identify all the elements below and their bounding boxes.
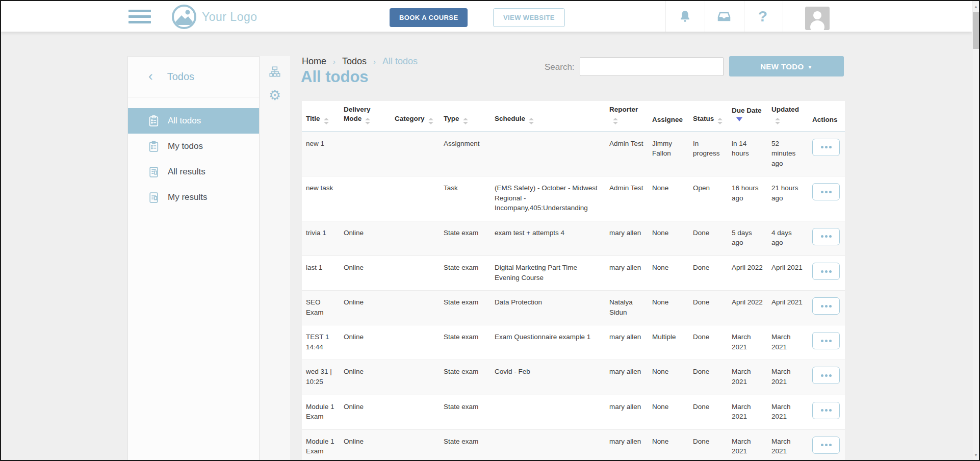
scrollbar-thumb[interactable] <box>973 12 979 49</box>
sidebar-item-label: My todos <box>168 141 203 151</box>
cell-assignee: None <box>648 256 689 291</box>
inbox-tray-icon[interactable] <box>709 1 739 32</box>
sort-icon[interactable] <box>428 118 433 124</box>
column-header-title[interactable]: Title <box>302 101 340 132</box>
hamburger-icon[interactable] <box>128 10 151 27</box>
cell-actions <box>808 291 845 325</box>
cell-category <box>391 221 440 255</box>
question-mark-icon[interactable]: ? <box>747 1 778 32</box>
row-actions-button[interactable] <box>812 332 840 349</box>
bell-icon[interactable] <box>669 1 700 32</box>
clipboard-list-icon <box>147 140 160 153</box>
column-header-status[interactable]: Status <box>689 101 728 132</box>
cell-actions <box>808 395 845 429</box>
cell-title: wed 31 | 10:25 <box>302 360 340 395</box>
table-row[interactable]: Module 1 Exam Online State exam mary all… <box>302 429 845 461</box>
sidebar-item-all-results[interactable]: All results <box>128 159 259 185</box>
ellipsis-icon <box>829 191 832 193</box>
column-header-due-date[interactable]: Due Date <box>728 101 767 132</box>
column-header-reporter[interactable]: Reporter <box>605 101 648 132</box>
cell-delivery-mode: Online <box>340 291 391 325</box>
row-actions-button[interactable] <box>812 183 840 200</box>
sort-icon[interactable] <box>613 118 618 124</box>
sort-icon[interactable] <box>717 118 723 124</box>
table-row[interactable]: last 1 Online State exam Digital Marketi… <box>302 256 845 291</box>
cell-delivery-mode <box>340 132 391 176</box>
ellipsis-icon <box>821 374 823 377</box>
table-row[interactable]: SEO Exam Online State exam Data Protecti… <box>302 291 845 325</box>
sitemap-icon[interactable] <box>260 60 290 84</box>
new-todo-button[interactable]: NEW TODO▼ <box>729 56 844 76</box>
cell-updated: April 2021 <box>767 256 808 291</box>
row-actions-button[interactable] <box>812 297 840 315</box>
column-header-updated[interactable]: Updated <box>767 101 808 132</box>
sidebar-item-my-todos[interactable]: My todos <box>128 134 259 159</box>
cell-reporter: mary allen <box>605 360 648 395</box>
cell-reporter: mary allen <box>605 325 648 360</box>
column-label: Status <box>693 115 714 122</box>
sort-desc-icon[interactable] <box>736 117 742 121</box>
header-divider <box>705 1 705 32</box>
cell-updated: March 2021 <box>767 429 808 461</box>
cell-type: State exam <box>440 360 491 395</box>
sort-icon[interactable] <box>324 118 329 124</box>
cell-schedule: Digital Marketing Part Time Evening Cour… <box>491 256 605 291</box>
cell-due-date: April 2022 <box>728 256 767 291</box>
cell-delivery-mode: Online <box>340 221 391 255</box>
scroll-down-icon[interactable]: ▼ <box>972 453 979 457</box>
cell-due-date: in 14 hours <box>728 132 767 176</box>
column-label: Due Date <box>732 107 762 114</box>
breadcrumb-todos[interactable]: Todos <box>342 56 367 67</box>
cell-title: Module 1 Exam <box>302 429 340 461</box>
column-header-type[interactable]: Type <box>440 101 491 132</box>
column-header-schedule[interactable]: Schedule <box>491 101 605 132</box>
row-actions-button[interactable] <box>812 437 840 454</box>
vertical-scrollbar[interactable]: ▲ ▼ <box>972 1 979 460</box>
cell-schedule: Exam Questionnaire example 1 <box>491 325 605 360</box>
table-row[interactable]: wed 31 | 10:25 Online State exam Covid -… <box>302 360 845 395</box>
sort-icon[interactable] <box>463 118 468 124</box>
sort-icon[interactable] <box>529 118 534 124</box>
ellipsis-icon <box>829 146 832 148</box>
sidebar-collapse-header[interactable]: ‹ Todos <box>128 57 259 97</box>
cell-status: Done <box>689 291 728 325</box>
ellipsis-icon <box>829 374 832 377</box>
sort-icon[interactable] <box>365 118 370 124</box>
table-row[interactable]: trivia 1 Online State exam exam test + a… <box>302 221 845 255</box>
row-actions-button[interactable] <box>812 367 840 384</box>
cell-actions <box>808 176 845 221</box>
ellipsis-icon <box>829 305 832 308</box>
sort-icon[interactable] <box>775 118 780 124</box>
column-header-category[interactable]: Category <box>391 101 440 132</box>
table-row[interactable]: TEST 1 14:44 Online State exam Exam Ques… <box>302 325 845 360</box>
table-row[interactable]: new 1 Assignment Admin Test Jimmy Fallon… <box>302 132 845 176</box>
row-actions-button[interactable] <box>812 402 840 419</box>
breadcrumb-home[interactable]: Home <box>302 56 326 67</box>
table-row[interactable]: new task Task (EMS Safety) - October - M… <box>302 176 845 221</box>
column-header-delivery-mode[interactable]: Delivery Mode <box>340 101 391 132</box>
sidebar-item-all-todos[interactable]: All todos <box>128 108 259 134</box>
cell-due-date: 5 days ago <box>728 221 767 255</box>
sidebar-item-label: My results <box>168 192 207 202</box>
book-a-course-button[interactable]: BOOK A COURSE <box>390 8 468 27</box>
cell-due-date: March 2021 <box>728 360 767 395</box>
row-actions-button[interactable] <box>812 228 840 245</box>
cell-status: In progress <box>689 132 728 176</box>
gear-icon[interactable]: ⚙ <box>260 84 290 107</box>
view-website-button[interactable]: VIEW WEBSITE <box>493 8 565 27</box>
user-avatar[interactable] <box>805 7 830 30</box>
search-input[interactable] <box>580 57 724 76</box>
row-actions-button[interactable] <box>812 263 840 280</box>
sidebar-item-my-results[interactable]: My results <box>128 185 259 210</box>
scroll-up-icon[interactable]: ▲ <box>972 5 979 9</box>
row-actions-button[interactable] <box>812 139 840 156</box>
cell-category <box>391 256 440 291</box>
cell-reporter: mary allen <box>605 429 648 461</box>
cell-assignee: Multiple <box>648 325 689 360</box>
ellipsis-icon <box>825 444 828 446</box>
cell-due-date: 16 hours ago <box>728 176 767 221</box>
table-row[interactable]: Module 1 Exam Online State exam mary all… <box>302 395 845 429</box>
ellipsis-icon <box>821 409 823 412</box>
app-logo[interactable]: Your Logo <box>172 5 257 29</box>
ellipsis-icon <box>829 340 832 342</box>
